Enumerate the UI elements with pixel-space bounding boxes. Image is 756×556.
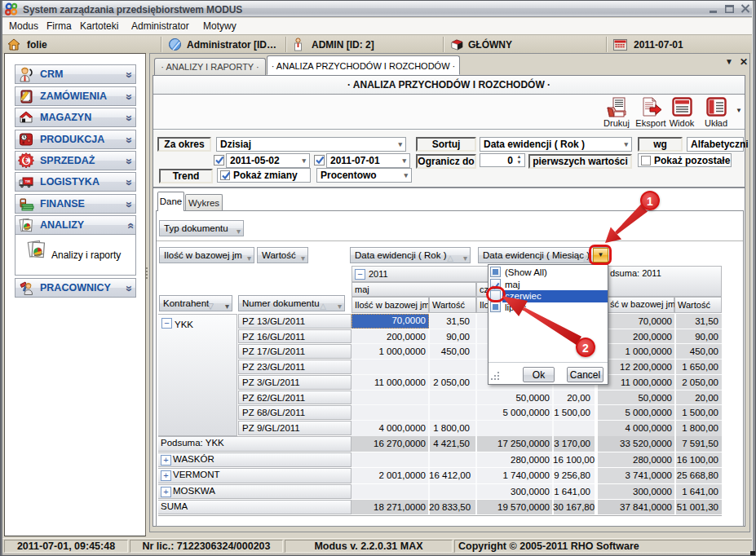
svg-text:TIR: TIR (25, 179, 31, 183)
svg-text:€: € (24, 155, 29, 166)
